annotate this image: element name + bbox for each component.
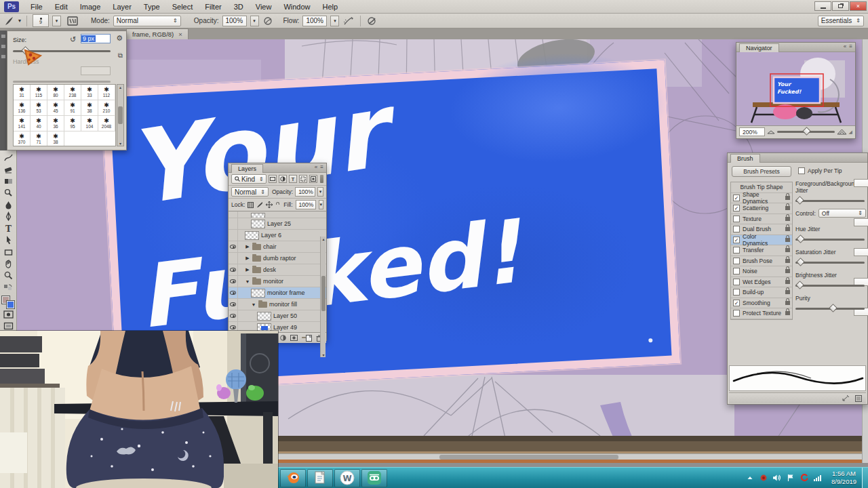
brush-tool-icon[interactable] [4, 16, 15, 26]
mode-select[interactable]: Normal⇕ [113, 16, 181, 26]
visibility-toggle[interactable] [229, 211, 238, 218]
close-button[interactable]: × [850, 1, 867, 11]
brush-attr-brush-pose[interactable]: Brush Pose [731, 256, 792, 267]
layer-row-monitor[interactable]: ▼monitor [229, 276, 326, 287]
menu-3d[interactable]: 3D [228, 0, 250, 14]
layer-opacity-field[interactable]: 100% [295, 187, 315, 197]
saturation-jitter-slider[interactable] [795, 262, 865, 264]
airbrush-icon[interactable] [342, 16, 355, 26]
filter-shape-icon[interactable] [299, 175, 307, 183]
gear-icon[interactable]: ⚙ [116, 34, 123, 43]
expand-group-icon[interactable]: ▶ [245, 267, 250, 272]
checkbox-checked[interactable]: ✓ [733, 300, 740, 306]
tray-network-signal-icon[interactable] [813, 474, 822, 483]
filter-type-icon[interactable]: T [289, 175, 297, 183]
panel-menu-icon[interactable]: ≡ [849, 43, 853, 49]
layer-row-layer-6[interactable]: Layer 6 [229, 230, 326, 241]
tool-pen-icon[interactable] [1, 211, 16, 222]
brush-preset-38[interactable]: ✱38 [47, 131, 64, 146]
taskbar-clock[interactable]: 1:56 AM 8/9/2019 [826, 470, 862, 487]
zoom-out-icon[interactable] [768, 129, 774, 134]
layer-row-monitor-frame[interactable]: monitor frame [229, 287, 326, 299]
checkbox-empty[interactable] [733, 216, 740, 222]
collapse-group-icon[interactable]: ▼ [251, 302, 256, 307]
menu-image[interactable]: Image [74, 0, 107, 14]
layer-mask-icon[interactable] [290, 335, 298, 341]
brush-preset-31[interactable]: ✱31 [14, 85, 31, 100]
brightness-jitter-slider[interactable] [795, 285, 865, 287]
layer-thumbnail[interactable] [251, 289, 265, 298]
tool-gradient-icon[interactable] [1, 176, 16, 187]
flow-field[interactable]: 100% [302, 16, 327, 26]
workspace-select[interactable]: Essentials⇕ [818, 16, 864, 26]
filter-pixel-icon[interactable] [269, 175, 277, 183]
document-tab[interactable]: frame, RGB/8) × [126, 28, 189, 39]
taskbar-app-notepad[interactable] [307, 469, 333, 487]
quick-mask-icon[interactable] [1, 308, 16, 320]
tool-history-brush-icon[interactable] [1, 152, 16, 163]
apply-per-tip-checkbox[interactable] [798, 167, 805, 174]
brush-preset-71[interactable]: ✱71 [31, 131, 47, 146]
brush-preset-370[interactable]: ✱370 [14, 131, 31, 146]
visibility-toggle[interactable] [229, 218, 238, 229]
new-layer-icon[interactable] [306, 335, 312, 342]
reset-icon[interactable]: ↺ [70, 35, 76, 44]
checkbox-empty[interactable] [733, 258, 740, 264]
brush-preset-95[interactable]: ✱95 [64, 116, 81, 131]
tray-antivirus-swirl-icon[interactable] [800, 474, 808, 483]
fg-bg-jitter-field[interactable] [854, 179, 868, 187]
layer-opacity-caret[interactable]: ▾ [317, 187, 323, 197]
minimize-button[interactable] [814, 1, 831, 11]
layers-scroll-thumb[interactable] [321, 276, 326, 311]
menu-edit[interactable]: Edit [49, 0, 74, 14]
layer-row-desk[interactable]: ▶desk [229, 264, 326, 276]
tab-close-icon[interactable]: × [178, 30, 182, 38]
brush-panel-tab[interactable]: Brush [730, 154, 760, 163]
tool-path-select-icon[interactable] [1, 235, 16, 246]
taskbar-app-chatbot[interactable] [361, 469, 387, 487]
panel-menu-icon[interactable]: ≡ [320, 164, 324, 170]
brush-preset-45[interactable]: ✱45 [47, 100, 64, 116]
filter-kind-select[interactable]: Kind⇕ [231, 174, 267, 184]
saturation-jitter-field[interactable] [854, 248, 868, 256]
lock-position-icon[interactable] [266, 201, 273, 208]
fg-bg-jitter-slider[interactable] [795, 200, 865, 202]
collapse-group-icon[interactable]: ▼ [245, 279, 250, 284]
new-preset-icon[interactable]: ⧉ [118, 52, 123, 60]
control-select[interactable]: Off⇕ [818, 209, 866, 218]
taskbar-app-blender[interactable] [280, 469, 306, 487]
lock-pixels-icon[interactable] [256, 201, 263, 208]
brush-preset-91[interactable]: ✱91 [64, 100, 81, 116]
brush-preset-104[interactable]: ✱104 [81, 116, 98, 131]
brush-presets-button[interactable]: Brush Presets [732, 166, 791, 177]
navigator-zoom-thumb[interactable] [802, 127, 811, 136]
tool-type-icon[interactable]: T [1, 223, 16, 235]
menu-filter[interactable]: Filter [199, 0, 227, 14]
layer-row-clipped[interactable] [229, 211, 326, 218]
checkbox-empty[interactable] [733, 310, 740, 317]
tray-action-flag-icon[interactable] [786, 474, 795, 483]
checkbox-checked[interactable]: ✓ [733, 237, 740, 243]
zoom-in-icon[interactable] [837, 129, 846, 135]
brush-preset-80[interactable]: ✱80 [47, 85, 64, 100]
visibility-toggle[interactable] [229, 264, 238, 275]
layers-scrollbar[interactable]: ▴ ▾ [320, 237, 326, 357]
navigator-thumbnail[interactable]: Your Fucked! [736, 52, 855, 125]
visibility-toggle[interactable] [229, 287, 238, 298]
layer-thumbnail[interactable] [251, 220, 265, 228]
layers-tab[interactable]: Layers [231, 164, 263, 173]
tool-zoom-icon[interactable] [1, 270, 16, 281]
menu-window[interactable]: Window [277, 0, 316, 14]
tray-volume-icon[interactable] [772, 474, 781, 483]
tool-shape-icon[interactable] [1, 246, 16, 258]
checkbox-empty[interactable] [733, 279, 740, 285]
brush-attr-protect-texture[interactable]: Protect Texture [731, 308, 792, 319]
show-desktop-button[interactable] [862, 468, 868, 488]
visibility-toggle[interactable] [229, 230, 238, 241]
opacity-caret[interactable]: ▾ [250, 16, 259, 26]
visibility-toggle[interactable] [229, 310, 238, 321]
brush-preset-210[interactable]: ✱210 [98, 100, 115, 116]
visibility-toggle[interactable] [229, 241, 238, 252]
fill-caret[interactable]: ▾ [319, 200, 323, 209]
toggle-brush-panel-icon[interactable] [67, 16, 78, 26]
